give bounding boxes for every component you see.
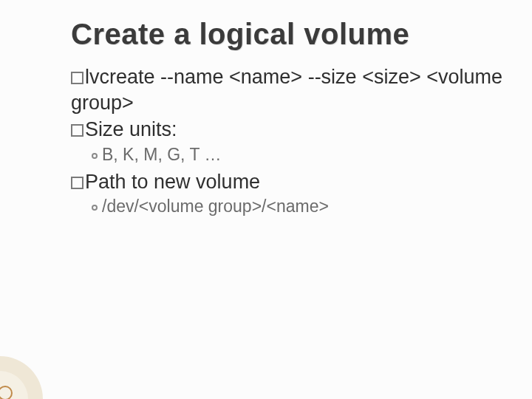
sub-text: B, K, M, G, T … xyxy=(102,145,221,164)
bullet-path: Path to new volume xyxy=(71,169,505,195)
bullet-box-icon xyxy=(71,124,83,137)
bullet-text: Path to new volume xyxy=(85,171,260,193)
bullet-size-units: Size units: xyxy=(71,117,505,143)
sub-size-units: B, K, M, G, T … xyxy=(92,145,505,165)
bullet-lvcreate: lvcreate --name <name> --size <size> <vo… xyxy=(71,64,505,115)
sub-text: /dev/<volume group>/<name> xyxy=(102,197,329,216)
bullet-box-icon xyxy=(71,177,83,189)
slide-title: Create a logical volume xyxy=(71,18,505,51)
bullet-box-icon xyxy=(71,72,83,84)
decorative-corner xyxy=(0,341,58,399)
bullet-text: Size units: xyxy=(85,118,177,140)
slide-content: Create a logical volume lvcreate --name … xyxy=(0,0,532,216)
ring-icon xyxy=(92,205,98,211)
svg-point-0 xyxy=(0,386,12,399)
sub-path: /dev/<volume group>/<name> xyxy=(92,197,505,216)
bullet-text: lvcreate --name <name> --size <size> <vo… xyxy=(71,66,502,114)
ring-icon xyxy=(92,153,98,159)
